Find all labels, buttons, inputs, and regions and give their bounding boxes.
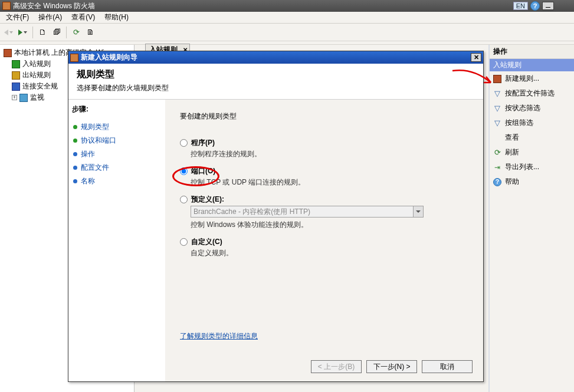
outbound-icon	[12, 71, 20, 80]
option-custom[interactable]: 自定义(C)	[180, 237, 469, 247]
option-program-desc: 控制程序连接的规则。	[191, 149, 469, 159]
wizard-steps: 步骤: 规则类型 协议和端口 操作 配置文件 名称	[68, 100, 166, 381]
radio-custom[interactable]	[180, 238, 188, 246]
menubar: 文件(F) 操作(A) 查看(V) 帮助(H)	[0, 12, 574, 24]
firewall-icon	[4, 49, 12, 57]
toolbar-icon-2[interactable]: 🗊	[50, 26, 63, 39]
menu-file[interactable]: 文件(F)	[1, 11, 34, 24]
radio-port[interactable]	[180, 167, 188, 175]
tree-inbound-label: 入站规则	[22, 59, 51, 69]
actions-section: 入站规则	[490, 59, 574, 71]
option-custom-label: 自定义(C)	[191, 237, 222, 247]
dialog-titlebar[interactable]: 新建入站规则向导 ✕	[68, 51, 483, 64]
option-predefined-label: 预定义(E):	[191, 195, 224, 205]
action-refresh-label: 刷新	[505, 147, 519, 157]
step-profile[interactable]: 配置文件	[72, 161, 162, 174]
firewall-icon	[70, 54, 78, 62]
minimize-button[interactable]	[542, 2, 554, 10]
action-filter-profile[interactable]: ▽ 按配置文件筛选	[490, 86, 574, 101]
learn-more-link[interactable]: 了解规则类型的详细信息	[180, 331, 258, 341]
action-filter-state[interactable]: ▽ 按状态筛选	[490, 101, 574, 116]
toolbar-refresh-icon[interactable]: ⟳	[70, 26, 83, 39]
step-action[interactable]: 操作	[72, 147, 162, 161]
tree-outbound-label: 出站规则	[22, 70, 51, 80]
language-indicator[interactable]: EN	[513, 2, 528, 10]
filter-icon: ▽	[493, 119, 501, 127]
option-port[interactable]: 端口(O)	[180, 166, 469, 176]
wizard-buttons: < 上一步(B) 下一步(N) > 取消	[311, 360, 473, 373]
action-export[interactable]: ⇥ 导出列表...	[490, 160, 574, 174]
option-program-label: 程序(P)	[191, 138, 215, 148]
step-action-label: 操作	[81, 149, 95, 159]
action-new-rule[interactable]: 新建规则...	[490, 71, 574, 86]
action-view-label: 查看	[505, 133, 519, 143]
action-new-rule-label: 新建规则...	[505, 74, 539, 84]
expand-icon[interactable]: +	[12, 95, 17, 100]
tree-connsec-label: 连接安全规	[22, 81, 58, 91]
step-profile-label: 配置文件	[81, 163, 109, 173]
help-icon[interactable]: ?	[530, 1, 540, 11]
export-icon: ⇥	[493, 163, 501, 172]
firewall-app-icon	[2, 2, 11, 10]
option-program[interactable]: 程序(P)	[180, 138, 469, 148]
step-rule-type-label: 规则类型	[81, 122, 109, 132]
next-button[interactable]: 下一步(N) >	[366, 360, 417, 373]
menu-action[interactable]: 操作(A)	[34, 11, 67, 24]
tree-monitor-label: 监视	[30, 93, 44, 103]
dialog-close-button[interactable]: ✕	[471, 53, 481, 62]
step-protocol-label: 协议和端口	[81, 136, 116, 146]
action-filter-group-label: 按组筛选	[505, 118, 533, 128]
predefined-select-value: BranchCache - 内容检索(使用 HTTP)	[193, 207, 310, 217]
dialog-header: 规则类型 选择要创建的防火墙规则类型	[68, 64, 483, 100]
monitor-icon	[19, 94, 28, 102]
help-icon: ?	[493, 178, 501, 186]
menu-help[interactable]: 帮助(H)	[100, 11, 133, 24]
new-inbound-rule-wizard: 新建入站规则向导 ✕ 规则类型 选择要创建的防火墙规则类型 步骤: 规则类型 协…	[68, 51, 484, 382]
predefined-select: BranchCache - 内容检索(使用 HTTP)	[191, 206, 424, 218]
actions-header: 操作	[490, 45, 574, 59]
step-name[interactable]: 名称	[72, 174, 162, 188]
actions-pane: 操作 入站规则 新建规则... ▽ 按配置文件筛选 ▽ 按状态筛选 ▽ 按组筛选…	[488, 45, 574, 392]
step-protocol-ports[interactable]: 协议和端口	[72, 134, 162, 147]
toolbar-icon-3[interactable]: 🗎	[84, 26, 97, 39]
cancel-button[interactable]: 取消	[422, 360, 473, 373]
option-custom-desc: 自定义规则。	[191, 248, 469, 258]
refresh-icon: ⟳	[493, 149, 501, 157]
option-port-desc: 控制 TCP 或 UDP 端口连接的规则。	[191, 177, 469, 187]
dropdown-icon	[413, 206, 423, 217]
step-rule-type[interactable]: 规则类型	[72, 120, 162, 134]
step-name-label: 名称	[81, 176, 95, 186]
menu-view[interactable]: 查看(V)	[67, 11, 100, 24]
option-predefined[interactable]: 预定义(E):	[180, 195, 469, 205]
wizard-content: 要创建的规则类型 程序(P) 控制程序连接的规则。 端口(O) 控制 TCP 或…	[166, 100, 483, 381]
dialog-heading: 规则类型	[77, 68, 475, 81]
dialog-subheading: 选择要创建的防火墙规则类型	[77, 83, 475, 93]
radio-predefined[interactable]	[180, 196, 188, 203]
action-view[interactable]: 查看	[490, 130, 574, 145]
connsec-icon	[12, 83, 20, 91]
blank-icon	[493, 134, 501, 142]
action-help-label: 帮助	[505, 177, 519, 187]
toolbar: 🗋 🗊 ⟳ 🗎	[0, 24, 574, 41]
steps-header: 步骤:	[72, 104, 162, 114]
option-port-label: 端口(O)	[191, 166, 215, 176]
main-titlebar: 高级安全 Windows 防火墙 EN ?	[0, 0, 574, 12]
toolbar-icon-1[interactable]: 🗋	[36, 26, 49, 39]
filter-icon: ▽	[493, 104, 501, 113]
action-refresh[interactable]: ⟳ 刷新	[490, 145, 574, 160]
filter-icon: ▽	[493, 90, 501, 98]
action-help[interactable]: ? 帮助	[490, 174, 574, 189]
action-filter-group[interactable]: ▽ 按组筛选	[490, 116, 574, 130]
nav-forward-button[interactable]	[17, 26, 29, 39]
action-filter-profile-label: 按配置文件筛选	[505, 88, 555, 98]
action-export-label: 导出列表...	[505, 162, 539, 172]
main-title: 高级安全 Windows 防火墙	[13, 1, 95, 11]
inbound-icon	[12, 60, 20, 68]
dialog-title: 新建入站规则向导	[81, 52, 137, 62]
new-rule-icon	[493, 75, 501, 83]
action-filter-state-label: 按状态筛选	[505, 103, 540, 113]
nav-back-button	[2, 26, 15, 39]
option-predefined-desc: 控制 Windows 体验功能连接的规则。	[191, 220, 469, 230]
back-button: < 上一步(B)	[311, 360, 362, 373]
radio-program[interactable]	[180, 139, 188, 147]
